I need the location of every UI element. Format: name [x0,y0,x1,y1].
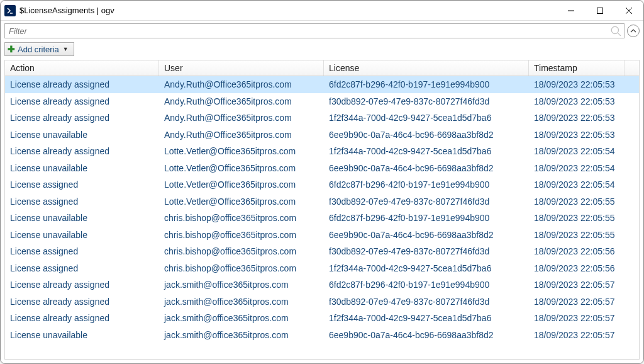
cell-action: License unavailable [5,330,159,340]
cell-license: f30db892-07e9-47e9-837c-80727f46fd3d [324,96,529,106]
cell-action: License assigned [5,196,159,207]
cell-license: f30db892-07e9-47e9-837c-80727f46fd3d [324,196,529,207]
cell-action: License already assigned [5,79,159,89]
grid-body: License already assignedAndy.Ruth@Office… [5,76,639,359]
svg-point-4 [611,26,618,33]
cell-license: f30db892-07e9-47e9-837c-80727f46fd3d [324,246,529,256]
table-row[interactable]: License already assignedjack.smith@offic… [5,310,639,327]
plus-icon: ✚ [8,44,15,54]
cell-timestamp: 18/09/2023 22:05:55 [529,213,625,223]
cell-user: jack.smith@office365itpros.com [159,280,324,290]
table-row[interactable]: License unavailableAndy.Ruth@Office365it… [5,127,639,144]
cell-timestamp: 18/09/2023 22:05:53 [529,130,625,140]
filter-input[interactable] [5,26,610,36]
table-row[interactable]: License unavailablejack.smith@office365i… [5,327,639,344]
table-row[interactable]: License assignedLotte.Vetler@Office365it… [5,193,639,210]
table-row[interactable]: License already assignedAndy.Ruth@Office… [5,110,639,127]
cell-timestamp: 18/09/2023 22:05:54 [529,146,625,156]
cell-user: Andy.Ruth@Office365itpros.com [159,130,324,140]
cell-user: Andy.Ruth@Office365itpros.com [159,113,324,123]
table-row[interactable]: License unavailablechris.bishop@office36… [5,210,639,227]
cell-timestamp: 18/09/2023 22:05:55 [529,230,625,240]
cell-action: License assigned [5,179,159,190]
add-criteria-button[interactable]: ✚ Add criteria ▼ [4,42,74,56]
table-row[interactable]: License already assignedAndy.Ruth@Office… [5,93,639,110]
close-button[interactable] [614,1,643,21]
cell-action: License unavailable [5,213,159,223]
table-row[interactable]: License assignedLotte.Vetler@Office365it… [5,176,639,193]
cell-license: 6fd2c87f-b296-42f0-b197-1e91e994b900 [324,79,529,89]
chevron-up-icon [630,28,636,34]
minimize-icon [567,7,575,14]
cell-user: chris.bishop@office365itpros.com [159,246,324,256]
cell-user: Lotte.Vetler@Office365itpros.com [159,196,324,207]
column-header-spacer [625,60,639,76]
cell-action: License already assigned [5,280,159,290]
table-row[interactable]: License assignedchris.bishop@office365it… [5,260,639,277]
table-row[interactable]: License already assignedjack.smith@offic… [5,293,639,310]
search-icon [610,25,621,37]
cell-user: chris.bishop@office365itpros.com [159,263,324,273]
cell-license: 6ee9b90c-0a7a-46c4-bc96-6698aa3bf8d2 [324,130,529,140]
maximize-button[interactable] [586,1,614,21]
maximize-icon [596,7,604,14]
grid-header: Action User License Timestamp [5,60,639,76]
titlebar: $LicenseAssigments | ogv [1,1,643,21]
cell-timestamp: 18/09/2023 22:05:57 [529,280,625,290]
table-row[interactable]: License unavailablechris.bishop@office36… [5,227,639,244]
svg-rect-1 [597,8,603,13]
column-header-action[interactable]: Action [5,60,159,76]
cell-action: License unavailable [5,230,159,240]
cell-license: 6ee9b90c-0a7a-46c4-bc96-6698aa3bf8d2 [324,330,529,340]
cell-timestamp: 18/09/2023 22:05:53 [529,96,625,106]
cell-license: 1f2f344a-700d-42c9-9427-5cea1d5d7ba6 [324,113,529,123]
table-row[interactable]: License assignedchris.bishop@office365it… [5,243,639,260]
cell-license: 1f2f344a-700d-42c9-9427-5cea1d5d7ba6 [324,263,529,273]
cell-user: chris.bishop@office365itpros.com [159,213,324,223]
cell-license: 6ee9b90c-0a7a-46c4-bc96-6698aa3bf8d2 [324,163,529,173]
cell-timestamp: 18/09/2023 22:05:56 [529,263,625,273]
cell-timestamp: 18/09/2023 22:05:53 [529,113,625,123]
cell-action: License already assigned [5,146,159,156]
cell-user: jack.smith@office365itpros.com [159,313,324,323]
cell-license: 6fd2c87f-b296-42f0-b197-1e91e994b900 [324,280,529,290]
chevron-down-icon: ▼ [63,46,69,52]
table-row[interactable]: License already assignedLotte.Vetler@Off… [5,143,639,160]
cell-license: f30db892-07e9-47e9-837c-80727f46fd3d [324,297,529,307]
cell-license: 1f2f344a-700d-42c9-9427-5cea1d5d7ba6 [324,146,529,156]
cell-user: Andy.Ruth@Office365itpros.com [159,96,324,106]
cell-action: License already assigned [5,297,159,307]
cell-user: Lotte.Vetler@Office365itpros.com [159,146,324,156]
cell-user: Lotte.Vetler@Office365itpros.com [159,163,324,173]
cell-action: License unavailable [5,163,159,173]
column-header-timestamp[interactable]: Timestamp [529,60,625,76]
close-icon [625,7,633,14]
cell-user: chris.bishop@office365itpros.com [159,230,324,240]
filter-input-wrap [4,23,625,38]
cell-timestamp: 18/09/2023 22:05:56 [529,246,625,256]
column-header-user[interactable]: User [159,60,324,76]
cell-license: 6ee9b90c-0a7a-46c4-bc96-6698aa3bf8d2 [324,230,529,240]
grid: Action User License Timestamp License al… [4,60,640,360]
minimize-button[interactable] [557,1,586,21]
cell-timestamp: 18/09/2023 22:05:55 [529,196,625,207]
cell-timestamp: 18/09/2023 22:05:53 [529,79,625,89]
powershell-icon [4,5,16,16]
window-frame: $LicenseAssigments | ogv [0,0,644,364]
table-row[interactable]: License already assignedAndy.Ruth@Office… [5,76,639,93]
cell-timestamp: 18/09/2023 22:05:57 [529,330,625,340]
cell-action: License assigned [5,263,159,273]
cell-user: Lotte.Vetler@Office365itpros.com [159,179,324,190]
cell-user: Andy.Ruth@Office365itpros.com [159,79,324,89]
cell-timestamp: 18/09/2023 22:05:54 [529,179,625,190]
cell-action: License already assigned [5,113,159,123]
table-row[interactable]: License unavailableLotte.Vetler@Office36… [5,160,639,177]
cell-timestamp: 18/09/2023 22:05:57 [529,313,625,323]
cell-action: License already assigned [5,96,159,106]
column-header-license[interactable]: License [324,60,529,76]
cell-timestamp: 18/09/2023 22:05:57 [529,297,625,307]
window-controls [557,1,643,21]
cell-user: jack.smith@office365itpros.com [159,297,324,307]
collapse-filter-button[interactable] [627,25,640,37]
table-row[interactable]: License already assignedjack.smith@offic… [5,276,639,293]
